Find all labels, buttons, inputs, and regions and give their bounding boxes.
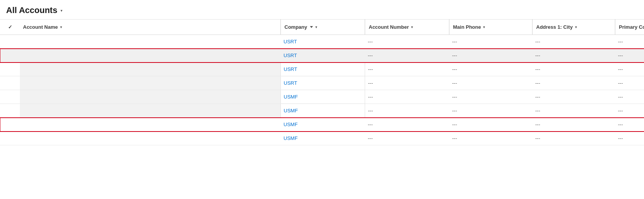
dash-value: --- (452, 108, 457, 113)
col-company: Company ▾ (280, 20, 365, 35)
table-row[interactable]: USMF------------ (0, 118, 644, 132)
row-company[interactable]: USRT (280, 35, 365, 49)
company-link[interactable]: USRT (283, 39, 297, 44)
table-row[interactable]: USMF------------ (0, 104, 644, 118)
row-account-name (20, 90, 280, 104)
dash-value: --- (618, 66, 623, 72)
company-link[interactable]: USRT (283, 53, 297, 58)
row-address-city: --- (532, 132, 615, 145)
col-primary-contact: Primary Contact ▾ (615, 20, 644, 35)
row-primary-contact: --- (615, 132, 644, 145)
row-check-cell[interactable] (0, 49, 20, 62)
row-account-number: --- (365, 90, 449, 104)
col-account-number-label: Account Number (369, 24, 409, 30)
dash-value: --- (452, 66, 457, 72)
dash-value: --- (535, 135, 540, 141)
company-link[interactable]: USRT (284, 80, 297, 86)
row-account-name (20, 132, 280, 145)
row-primary-contact: --- (615, 104, 644, 118)
company-link[interactable]: USMF (283, 122, 298, 127)
row-check-cell[interactable] (0, 90, 20, 104)
dash-value: --- (618, 80, 623, 86)
row-primary-contact: --- (615, 49, 644, 62)
sort-down-icon (310, 26, 313, 28)
row-address-city: --- (532, 90, 615, 104)
row-account-number: --- (365, 76, 449, 90)
row-check-cell[interactable] (0, 118, 20, 132)
row-address-city: --- (532, 62, 615, 76)
row-company[interactable]: USMF (280, 132, 365, 145)
table-row[interactable]: USRT------------ (0, 35, 644, 49)
row-check-cell[interactable] (0, 76, 20, 90)
row-main-phone: --- (449, 49, 532, 62)
dash-value: --- (618, 94, 623, 100)
row-main-phone: --- (449, 62, 532, 76)
col-account-number: Account Number ▾ (365, 20, 449, 35)
title-chevron-icon: ▾ (61, 8, 62, 13)
title-text: All Accounts (6, 5, 57, 15)
row-company[interactable]: USMF (280, 118, 365, 132)
col-main-phone-label: Main Phone (453, 24, 481, 30)
col-account-name-sort-btn[interactable]: ▾ (59, 25, 63, 29)
row-address-city: --- (532, 35, 615, 49)
row-company[interactable]: USRT (280, 76, 365, 90)
dash-value: --- (535, 66, 540, 72)
row-check-cell[interactable] (0, 104, 20, 118)
dash-value: --- (452, 135, 457, 141)
title-dropdown-button[interactable]: ▾ (60, 8, 63, 13)
row-address-city: --- (532, 76, 615, 90)
table-row[interactable]: USRT------------ (0, 76, 644, 90)
company-link[interactable]: USMF (284, 108, 298, 113)
table-row[interactable]: USRT------------ (0, 62, 644, 76)
table-row[interactable]: USMF------------ (0, 90, 644, 104)
dash-value: --- (535, 39, 540, 44)
dash-value: --- (618, 39, 623, 44)
col-main-phone-sort-btn[interactable]: ▾ (482, 25, 486, 29)
row-account-number: --- (365, 35, 449, 49)
col-account-name-label: Account Name (23, 24, 58, 30)
col-account-number-sort-btn[interactable]: ▾ (410, 25, 414, 29)
row-check-cell[interactable] (0, 132, 20, 145)
company-link[interactable]: USRT (284, 66, 297, 72)
dash-value: --- (368, 53, 373, 58)
col-address-city-sort-btn[interactable]: ▾ (574, 25, 578, 29)
dash-value: --- (452, 122, 457, 127)
row-address-city: --- (532, 118, 615, 132)
row-primary-contact: --- (615, 118, 644, 132)
dash-value: --- (535, 53, 540, 58)
page-header: All Accounts ▾ (0, 0, 644, 19)
row-company[interactable]: USMF (280, 104, 365, 118)
row-account-number: --- (365, 49, 449, 62)
row-account-name (20, 118, 280, 132)
col-company-label: Company (285, 24, 307, 30)
dash-value: --- (535, 94, 540, 100)
col-company-sort-btn[interactable]: ▾ (315, 25, 318, 29)
row-address-city: --- (532, 49, 615, 62)
dash-value: --- (535, 80, 540, 86)
row-primary-contact: --- (615, 90, 644, 104)
row-account-name (20, 49, 280, 62)
row-main-phone: --- (449, 104, 532, 118)
row-main-phone: --- (449, 118, 532, 132)
row-company[interactable]: USRT (280, 49, 365, 62)
row-company[interactable]: USRT (280, 62, 365, 76)
dash-value: --- (368, 108, 373, 113)
row-check-cell[interactable] (0, 62, 20, 76)
dash-value: --- (452, 80, 457, 86)
table-row[interactable]: USRT------------ (0, 49, 644, 62)
company-link[interactable]: USMF (283, 135, 298, 141)
row-check-cell[interactable] (0, 35, 20, 49)
dash-value: --- (618, 135, 623, 141)
dash-value: --- (535, 108, 540, 113)
row-company[interactable]: USMF (280, 90, 365, 104)
company-link[interactable]: USMF (284, 94, 298, 100)
row-main-phone: --- (449, 76, 532, 90)
table-row[interactable]: USMF------------ (0, 132, 644, 145)
checkmark-icon: ✓ (8, 24, 12, 30)
row-account-number: --- (365, 118, 449, 132)
dash-value: --- (618, 108, 623, 113)
dash-value: --- (452, 94, 457, 100)
row-account-number: --- (365, 104, 449, 118)
dash-value: --- (368, 80, 373, 86)
row-account-number: --- (365, 62, 449, 76)
